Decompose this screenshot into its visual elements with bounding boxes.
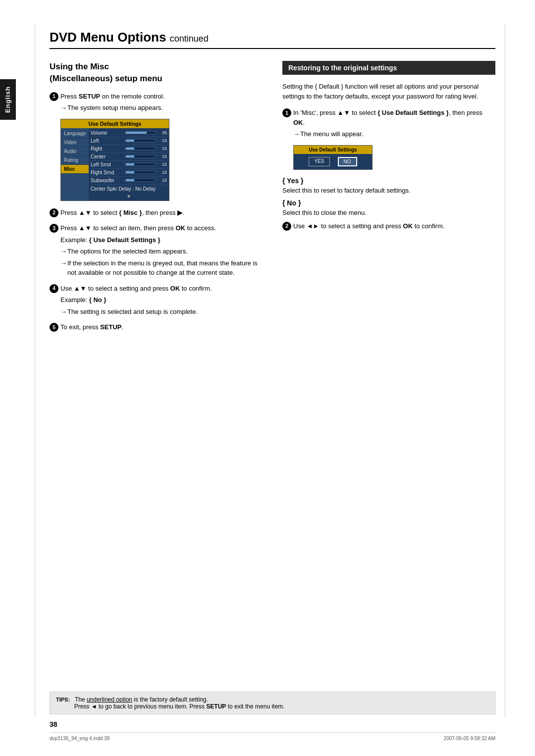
title-continued: continued xyxy=(170,34,209,44)
page-title: DVD Menu Options continued xyxy=(50,30,495,49)
default-mockup-header: Use Default Settings xyxy=(294,146,372,154)
sidebar-rating: Rating xyxy=(61,156,89,165)
right-column: Restoring to the original settings Setti… xyxy=(282,61,495,338)
no-block: { No } Select this to close the menu. xyxy=(282,199,495,216)
section-intro: Setting the { Default } function will re… xyxy=(282,82,495,101)
default-settings-mockup: Use Default Settings YES NO xyxy=(293,145,373,170)
step-4-content: Use ▲▼ to select a setting and press OK … xyxy=(60,284,263,317)
right-margin-line xyxy=(505,25,505,718)
footer-right: 2007-06-05 9:58:32 AM xyxy=(443,736,495,741)
menu-content: Volume 35 Left 15 Right xyxy=(89,128,169,201)
menu-mockup-header: Use Default Settings xyxy=(61,119,169,128)
step-1-content: Press SETUP on the remote control. The s… xyxy=(60,92,263,113)
step-5-content: To exit, press SETUP. xyxy=(60,322,263,332)
left-heading: Using the Misc(Miscellaneous) setup menu xyxy=(50,61,263,85)
menu-sidebar: Language Video Audio Rating Misc xyxy=(61,128,89,201)
page-wrapper: English DVD Menu Options continued Using… xyxy=(0,0,535,756)
step-1-num: 1 xyxy=(50,92,58,101)
tips-label: TIPS: xyxy=(56,697,70,703)
row-right: Right 15 xyxy=(91,145,167,153)
sidebar-misc: Misc xyxy=(61,165,89,174)
sidebar-video: Video xyxy=(61,138,89,147)
row-center: Center 15 xyxy=(91,153,167,161)
sidebar-language: Language xyxy=(61,129,89,138)
step-1-sub: The system setup menu appears. xyxy=(60,103,263,113)
row-right-srnd: Right Srnd 15 xyxy=(91,169,167,177)
yes-title: { Yes } xyxy=(282,177,495,185)
page-footer: TIPS: The underlined option is the facto… xyxy=(50,692,495,741)
language-tab: English xyxy=(0,79,16,120)
no-desc: Select this to close the menu. xyxy=(282,209,495,216)
step-4: 4 Use ▲▼ to select a setting and press O… xyxy=(50,284,263,317)
left-margin-line xyxy=(35,25,35,718)
right-step-2-num: 2 xyxy=(282,222,291,231)
step-1: 1 Press SETUP on the remote control. The… xyxy=(50,92,263,113)
yes-desc: Select this to reset to factory default … xyxy=(282,187,495,194)
title-text: DVD Menu Options xyxy=(50,30,166,45)
right-step-1-sub: The menu will appear. xyxy=(293,129,495,139)
no-button[interactable]: NO xyxy=(338,157,357,166)
step-2: 2 Press ▲▼ to select { Misc }, then pres… xyxy=(50,208,263,218)
right-step-1-content: In 'Misc', press ▲▼ to select { Use Defa… xyxy=(293,108,495,139)
yes-button[interactable]: YES xyxy=(309,157,329,166)
section-heading: Restoring to the original settings xyxy=(282,61,495,75)
tips-box: TIPS: The underlined option is the facto… xyxy=(50,692,495,714)
step-3-num: 3 xyxy=(50,224,58,233)
page-number: 38 xyxy=(50,720,495,728)
left-column: Using the Misc(Miscellaneous) setup menu… xyxy=(50,61,263,338)
step-3-sub-2: If the selection in the menu is greyed o… xyxy=(60,258,263,278)
step-2-num: 2 xyxy=(50,208,58,217)
sidebar-audio: Audio xyxy=(61,147,89,156)
row-left: Left 15 xyxy=(91,137,167,145)
step-5: 5 To exit, press SETUP. xyxy=(50,322,263,332)
footer-file: dvp3136_94_eng 4.indd 38 2007-06-05 9:58… xyxy=(50,732,495,741)
default-mockup-buttons: YES NO xyxy=(294,154,372,169)
step-5-num: 5 xyxy=(50,323,58,332)
row-volume: Volume 35 xyxy=(91,129,167,137)
language-tab-label: English xyxy=(4,86,11,113)
right-step-1: 1 In 'Misc', press ▲▼ to select { Use De… xyxy=(282,108,495,139)
menu-mockup-body: Language Video Audio Rating Misc Volume … xyxy=(61,128,169,201)
menu-down-arrow: ▼ xyxy=(91,193,167,200)
menu-mockup: Use Default Settings Language Video Audi… xyxy=(60,119,169,201)
main-content: Using the Misc(Miscellaneous) setup menu… xyxy=(50,61,495,338)
right-step-2-content: Use ◄► to select a setting and press OK … xyxy=(293,221,495,231)
step-3-content: Press ▲▼ to select an item, then press O… xyxy=(60,223,263,278)
step-3: 3 Press ▲▼ to select an item, then press… xyxy=(50,223,263,278)
row-delay: Center Spkr Delay : No Delay xyxy=(91,185,167,193)
yes-block: { Yes } Select this to reset to factory … xyxy=(282,177,495,194)
right-step-1-num: 1 xyxy=(282,108,291,117)
row-left-srnd: Left Srnd 15 xyxy=(91,161,167,169)
step-4-sub: The setting is selected and setup is com… xyxy=(60,307,263,317)
right-step-2: 2 Use ◄► to select a setting and press O… xyxy=(282,221,495,231)
step-4-num: 4 xyxy=(50,284,58,293)
no-title: { No } xyxy=(282,199,495,207)
step-2-content: Press ▲▼ to select { Misc }, then press … xyxy=(60,208,263,218)
row-subwoofer: Subwoofer 15 xyxy=(91,177,167,185)
footer-left: dvp3136_94_eng 4.indd 38 xyxy=(50,736,109,741)
step-3-sub-1: The options for the selected item appear… xyxy=(60,247,263,256)
